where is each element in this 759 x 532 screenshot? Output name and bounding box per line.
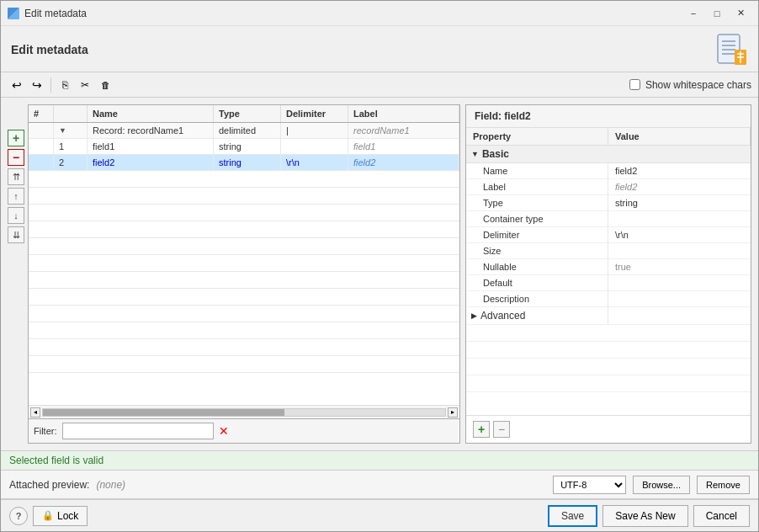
scroll-track[interactable] [42,408,446,417]
prop-key-default: Default [466,275,608,290]
close-button[interactable]: ✕ [730,5,751,22]
prop-row-default[interactable]: Default [466,275,751,291]
prop-row-size[interactable]: Size [466,243,751,259]
cell-delimiter: \r\n [281,155,348,170]
add-row-button[interactable]: + [8,130,24,146]
cell-name: field2 [88,155,214,170]
prop-row-nullable[interactable]: Nullable true [466,259,751,275]
remove-prop-button[interactable]: − [493,421,510,438]
table-row[interactable]: 1 field1 string field1 [29,139,459,155]
prop-row-type[interactable]: Type string [466,195,751,211]
preview-label: Attached preview: [9,479,89,491]
props-header: Property Value [466,128,751,146]
cell-label: recordName1 [348,123,459,138]
advanced-value [608,307,751,324]
advanced-label: Advanced [480,310,525,322]
prop-row-delimiter[interactable]: Delimiter \r\n [466,227,751,243]
toolbar-separator-1 [50,77,51,93]
table-row [29,188,459,205]
bottom-right: Save Save As New Cancel [548,505,750,527]
browse-button[interactable]: Browse... [633,476,690,494]
cancel-button[interactable]: Cancel [693,505,750,527]
empty-row [466,375,751,392]
lock-label: Lock [57,510,78,522]
table-row [29,356,459,373]
prop-val-description [608,291,751,306]
table-header: # Name Type Delimiter Label [29,105,459,123]
prop-val-type: string [608,195,751,210]
help-button[interactable]: ? [9,507,28,525]
scroll-left-arrow[interactable]: ◂ [30,407,40,418]
cell-hash [29,155,54,170]
prop-col-value: Value [608,128,751,145]
basic-section: ▼ Basic Name field2 Label field2 [466,146,751,307]
prop-row-description[interactable]: Description [466,291,751,307]
prop-key-name: Name [466,163,608,178]
save-button[interactable]: Save [548,505,597,527]
main-window: Edit metadata − □ ✕ Edit metadata [0,0,759,532]
row-controls: + − ⇈ ↑ ↓ ⇊ [8,104,24,444]
filter-clear-button[interactable]: ✕ [219,424,229,438]
encoding-select[interactable]: UTF-8 UTF-16 ISO-8859-1 [553,476,626,494]
basic-section-header[interactable]: ▼ Basic [466,146,751,163]
metadata-table: # Name Type Delimiter Label ▼ Record: re… [28,104,460,444]
prop-row-container-type[interactable]: Container type [466,211,751,227]
move-down-button[interactable]: ↓ [8,207,24,224]
cell-label: field2 [348,155,459,170]
prop-col-property: Property [466,128,608,145]
delete-button[interactable]: 🗑 [96,76,114,94]
basic-section-value [608,146,751,162]
table-row[interactable]: 2 field2 string \r\n field2 [29,155,459,171]
preview-bar: Attached preview: (none) UTF-8 UTF-16 IS… [1,471,758,499]
filter-input[interactable] [62,423,214,439]
empty-row [466,342,751,359]
copy-button[interactable]: ⎘ [56,76,74,94]
toolbar-right: Show whitespace chars [629,79,751,91]
move-bottom-button[interactable]: ⇊ [8,226,24,243]
redo-button[interactable]: ↪ [28,76,46,94]
prop-row-label[interactable]: Label field2 [466,179,751,195]
move-up-button[interactable]: ↑ [8,188,24,205]
table-row [29,255,459,272]
status-text: Selected field is valid [9,455,104,466]
save-as-new-button[interactable]: Save As New [602,505,687,527]
prop-row-name[interactable]: Name field2 [466,163,751,179]
col-delimiter: Delimiter [281,105,348,122]
undo-button[interactable]: ↩ [8,76,26,94]
minimize-button[interactable]: − [682,5,704,22]
remove-button[interactable]: Remove [697,476,750,494]
prop-val-default [608,275,751,290]
left-panel: + − ⇈ ↑ ↓ ⇊ # Name Type Delimiter Label [8,104,460,444]
maximize-button[interactable]: □ [706,5,728,22]
header-icon [714,33,748,66]
cell-delimiter: | [281,123,348,138]
cell-label: field1 [348,139,459,154]
table-body: ▼ Record: recordName1 delimited | record… [29,123,459,405]
cell-name: field1 [88,139,214,154]
add-prop-button[interactable]: + [473,421,490,438]
prop-val-container-type [608,211,751,226]
horizontal-scrollbar[interactable]: ◂ ▸ [29,405,459,418]
cell-type: delimited [214,123,281,138]
advanced-section[interactable]: ▶ Advanced [466,307,751,325]
cut-button[interactable]: ✂ [76,76,94,94]
table-row [29,322,459,339]
scroll-right-arrow[interactable]: ▸ [448,407,458,418]
prop-val-name: field2 [608,163,751,178]
remove-row-button[interactable]: − [8,149,24,166]
move-top-button[interactable]: ⇈ [8,168,24,185]
toolbar-left: ↩ ↪ ⎘ ✂ 🗑 [8,76,114,94]
table-row[interactable]: ▼ Record: recordName1 delimited | record… [29,123,459,139]
dialog-header: Edit metadata [1,26,758,72]
props-bottom: + − [466,415,751,443]
properties-table: Property Value ▼ Basic Name [466,128,751,415]
prop-key-label: Label [466,179,608,194]
show-whitespace-checkbox[interactable] [629,79,640,90]
main-content: + − ⇈ ↑ ↓ ⇊ # Name Type Delimiter Label [1,98,758,450]
lock-button[interactable]: 🔒 Lock [33,506,88,526]
basic-section-title: ▼ Basic [466,146,608,162]
table-row [29,306,459,322]
prop-val-size [608,243,751,258]
cell-hash [29,123,54,138]
cell-delimiter [281,139,348,154]
